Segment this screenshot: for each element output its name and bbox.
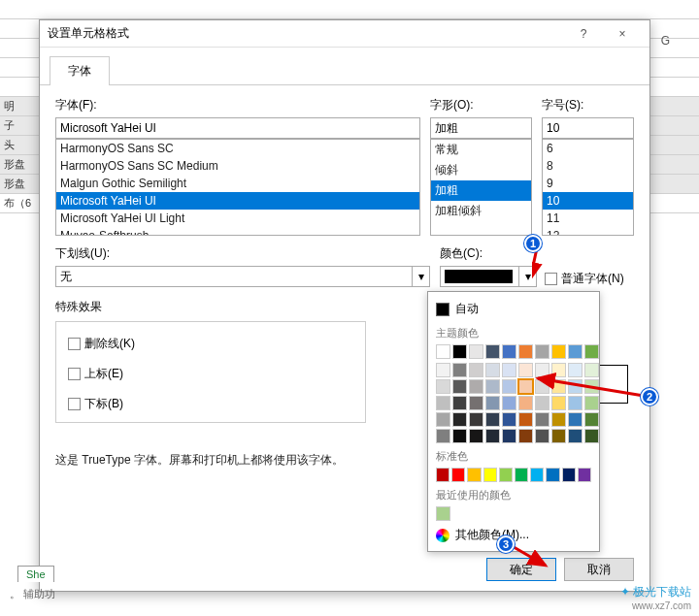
color-swatch[interactable] [568, 344, 582, 359]
color-swatch[interactable] [469, 412, 483, 427]
color-swatch[interactable] [452, 412, 467, 427]
font-listbox[interactable]: HarmonyOS Sans SCHarmonyOS Sans SC Mediu… [55, 139, 420, 236]
strikethrough-checkbox[interactable]: 删除线(K) [68, 336, 353, 352]
list-item[interactable]: Microsoft YaHei UI Light [56, 210, 419, 227]
color-swatch[interactable] [485, 412, 500, 427]
color-swatch[interactable] [551, 412, 566, 427]
color-swatch[interactable] [535, 429, 549, 443]
color-swatch[interactable] [452, 344, 467, 359]
color-swatch[interactable] [469, 396, 483, 410]
color-swatch[interactable] [551, 344, 566, 359]
sheet-tab[interactable]: She [17, 566, 54, 582]
color-swatch[interactable] [584, 429, 599, 443]
color-swatch[interactable] [502, 363, 516, 377]
watermark: ✦ 极光下载站 www.xz7.com [620, 584, 691, 611]
color-swatch[interactable] [436, 412, 450, 427]
color-swatch[interactable] [451, 468, 465, 482]
subscript-checkbox[interactable]: 下标(B) [68, 396, 353, 412]
annotation-marker-3: 3 [497, 535, 515, 553]
color-swatch[interactable] [515, 468, 528, 482]
color-swatch[interactable] [568, 429, 582, 443]
list-item[interactable]: HarmonyOS Sans SC Medium [56, 157, 419, 175]
color-swatch[interactable] [469, 363, 483, 377]
color-swatch[interactable] [452, 429, 467, 443]
color-swatch[interactable] [452, 396, 467, 410]
dialog-title: 设置单元格格式 [48, 25, 129, 42]
color-swatch[interactable] [584, 412, 599, 427]
color-swatch[interactable] [518, 429, 533, 443]
color-swatch[interactable] [502, 379, 516, 394]
color-swatch[interactable] [562, 468, 576, 482]
color-swatch[interactable] [467, 468, 481, 482]
color-swatch[interactable] [469, 429, 483, 443]
auto-swatch [436, 303, 449, 316]
color-swatch[interactable] [578, 468, 591, 482]
color-swatch[interactable] [551, 429, 566, 443]
theme-colors-label: 主题颜色 [436, 326, 593, 340]
color-swatch[interactable] [499, 468, 513, 482]
color-swatch[interactable] [502, 344, 516, 359]
list-item[interactable]: Malgun Gothic Semilight [56, 175, 419, 192]
color-swatch[interactable] [436, 379, 450, 394]
list-item[interactable]: 倾斜 [431, 160, 531, 180]
color-swatch[interactable] [469, 344, 483, 359]
tab-font[interactable]: 字体 [50, 56, 110, 85]
help-button[interactable]: ? [564, 20, 603, 48]
underline-select[interactable]: 无 ▾ [55, 266, 430, 287]
color-swatch[interactable] [485, 396, 500, 410]
color-swatch[interactable] [436, 344, 450, 359]
color-swatch[interactable] [452, 363, 467, 377]
superscript-checkbox[interactable]: 上标(E) [68, 366, 353, 382]
color-swatch[interactable] [436, 429, 450, 443]
close-button[interactable]: × [603, 20, 642, 48]
list-item[interactable]: 8 [543, 157, 633, 175]
color-select[interactable]: ▾ [440, 266, 537, 287]
color-swatch[interactable] [436, 396, 450, 410]
annotation-marker-1: 1 [524, 235, 542, 252]
color-swatch[interactable] [535, 412, 549, 427]
color-swatch[interactable] [436, 468, 449, 482]
list-item[interactable]: Muyao-Softbrush [56, 227, 419, 236]
color-swatch[interactable] [518, 379, 533, 394]
color-swatch[interactable] [436, 506, 450, 521]
color-swatch[interactable] [518, 412, 533, 427]
list-item[interactable]: 常规 [431, 140, 531, 160]
list-item[interactable]: Microsoft YaHei UI [56, 192, 419, 210]
color-swatch[interactable] [502, 412, 516, 427]
color-auto[interactable]: 自动 [434, 298, 593, 320]
color-swatch[interactable] [436, 363, 450, 377]
list-item[interactable]: HarmonyOS Sans SC [56, 140, 419, 157]
list-item[interactable]: 10 [543, 192, 633, 210]
style-input[interactable] [430, 117, 532, 139]
list-item[interactable]: 加粗 [431, 180, 531, 201]
list-item[interactable]: 11 [543, 210, 633, 227]
list-item[interactable]: 加粗倾斜 [431, 201, 531, 221]
list-item[interactable]: 12 [543, 227, 633, 236]
color-swatch[interactable] [485, 429, 500, 443]
list-item[interactable]: 9 [543, 175, 633, 192]
font-label: 字体(F): [55, 97, 420, 113]
color-swatch[interactable] [535, 344, 549, 359]
font-input[interactable] [55, 117, 420, 139]
color-swatch[interactable] [483, 468, 497, 482]
color-swatch[interactable] [485, 363, 500, 377]
color-swatch[interactable] [530, 468, 544, 482]
color-swatch[interactable] [502, 429, 516, 443]
list-item[interactable]: 6 [543, 140, 633, 157]
style-listbox[interactable]: 常规倾斜加粗加粗倾斜 [430, 139, 532, 236]
color-swatch[interactable] [518, 363, 533, 377]
underline-value: 无 [60, 269, 72, 285]
color-swatch[interactable] [485, 379, 500, 394]
color-swatch[interactable] [469, 379, 483, 394]
color-swatch[interactable] [518, 344, 533, 359]
color-swatch[interactable] [452, 379, 467, 394]
size-input[interactable] [542, 117, 634, 139]
color-swatch[interactable] [485, 344, 500, 359]
color-swatch[interactable] [546, 468, 559, 482]
color-swatch[interactable] [518, 396, 533, 410]
size-listbox[interactable]: 689101112 [542, 139, 634, 236]
color-swatch[interactable] [568, 412, 582, 427]
column-header: G [661, 34, 670, 48]
color-swatch[interactable] [584, 344, 599, 359]
color-swatch[interactable] [502, 396, 516, 410]
